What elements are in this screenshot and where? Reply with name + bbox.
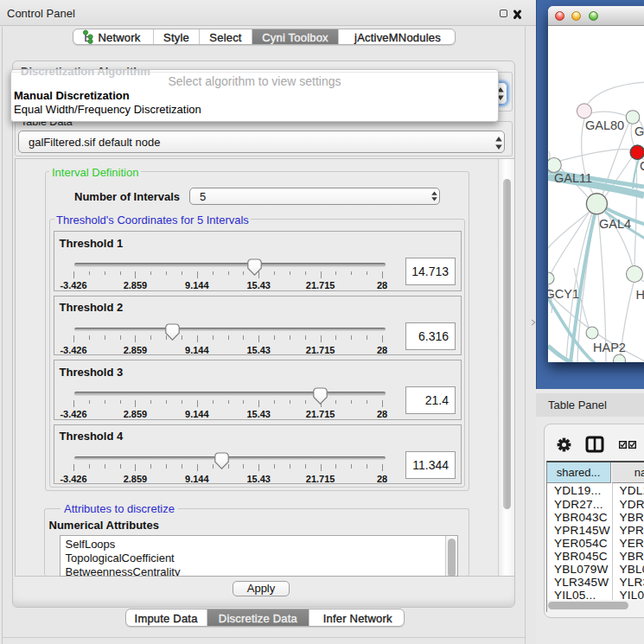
svg-text:GAL: GAL	[634, 124, 644, 138]
svg-text:GAL11: GAL11	[554, 171, 592, 185]
svg-text:HA: HA	[636, 288, 644, 302]
svg-text:HAP2: HAP2	[593, 341, 626, 354]
svg-text:GAL80: GAL80	[585, 118, 624, 132]
svg-text:C: C	[640, 159, 644, 173]
svg-text:GCY1: GCY1	[548, 287, 579, 301]
svg-text:GAL4: GAL4	[599, 217, 631, 231]
